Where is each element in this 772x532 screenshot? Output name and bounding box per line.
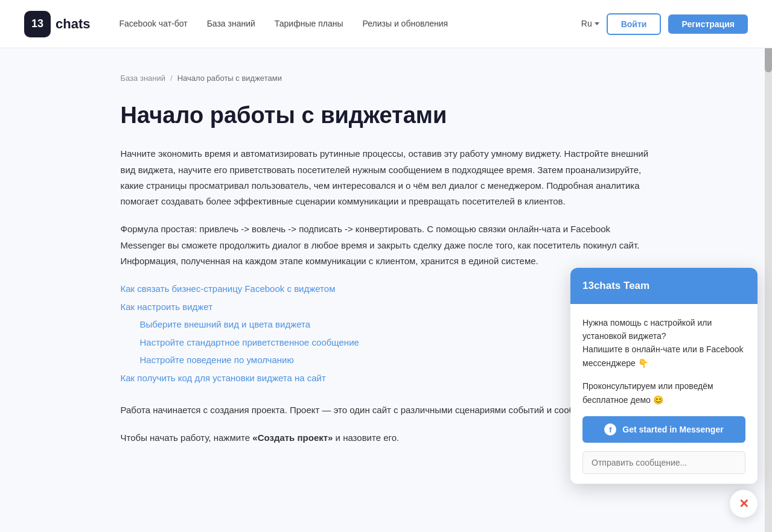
language-label: Ru (581, 17, 592, 30)
page-title: Начало работы с виджетами (121, 102, 652, 130)
nav-link-plans[interactable]: Тарифные планы (275, 17, 343, 30)
breadcrumb: База знаний / Начало работы с виджетами (121, 72, 652, 85)
body-paragraph-1: Начните экономить время и автоматизирова… (121, 146, 652, 209)
chat-team-name: 13chats Team (582, 280, 649, 291)
scrollbar[interactable] (765, 0, 772, 495)
nav-link-releases[interactable]: Релизы и обновления (363, 17, 448, 30)
nav-link-facebook[interactable]: Facebook чат-бот (119, 17, 187, 30)
nav-link-knowledge[interactable]: База знаний (207, 17, 255, 30)
facebook-messenger-button[interactable]: f Get started in Messenger (582, 416, 745, 443)
chat-message-2: Проконсультируем или проведём бесплатное… (582, 379, 745, 407)
bottom-paragraph-2-text2: и назовите его. (336, 432, 400, 443)
login-button[interactable]: Войти (607, 13, 662, 35)
chat-message-input[interactable] (582, 451, 745, 474)
chat-close-button[interactable]: ✕ (730, 490, 758, 495)
navbar: 13 chats Facebook чат-бот База знаний Та… (0, 0, 772, 48)
nav-links: Facebook чат-бот База знаний Тарифные пл… (119, 17, 581, 30)
breadcrumb-current: Начало работы с виджетами (177, 72, 282, 85)
facebook-button-label: Get started in Messenger (622, 425, 723, 434)
chevron-down-icon (595, 22, 599, 25)
chat-widget: 13chats Team Нужна помощь с настройкой и… (570, 268, 758, 484)
chat-message-1: Нужна помощь с настройкой или установкой… (582, 316, 745, 370)
facebook-icon: f (604, 423, 616, 435)
register-button[interactable]: Регистрация (668, 14, 748, 34)
bottom-paragraph-2-bold: «Создать проект» (252, 432, 333, 443)
logo-number: 13 (31, 15, 43, 33)
logo-text: chats (56, 13, 90, 34)
breadcrumb-separator: / (170, 72, 173, 85)
navbar-right: Ru Войти Регистрация (581, 13, 748, 35)
chat-body: Нужна помощь с настройкой или установкой… (570, 304, 758, 484)
chat-header: 13chats Team (570, 268, 758, 303)
logo-link[interactable]: 13 chats (24, 11, 90, 37)
bottom-paragraph-2-text: Чтобы начать работу, нажмите (121, 432, 253, 443)
breadcrumb-parent[interactable]: База знаний (121, 72, 166, 85)
logo-box: 13 (24, 11, 51, 37)
body-paragraph-2: Формула простая: привлечь -> вовлечь -> … (121, 221, 652, 269)
language-selector[interactable]: Ru (581, 17, 599, 30)
